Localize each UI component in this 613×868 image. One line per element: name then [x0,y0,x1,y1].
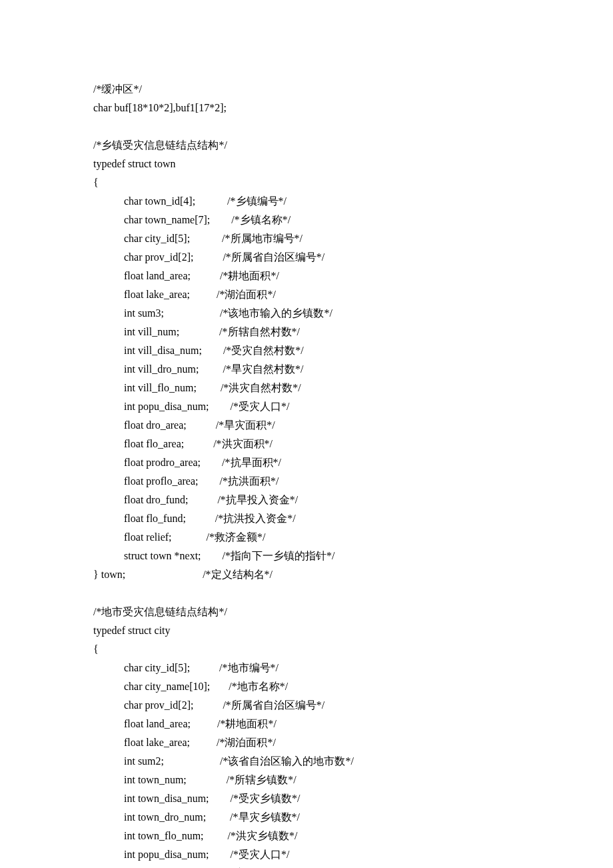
code-line: float dro_area; /*旱灾面积*/ [93,864,520,868]
code-line: float prodro_area; /*抗旱面积*/ [93,453,520,472]
code-line: char city_id[5]; /*所属地市编号*/ [93,229,520,248]
code-line: int town_flo_num; /*洪灾乡镇数*/ [93,827,520,845]
code-line: /*缓冲区*/ [93,80,520,99]
code-line: int vill_flo_num; /*洪灾自然村数*/ [93,379,520,397]
code-line: int vill_disa_num; /*受灾自然村数*/ [93,341,520,360]
code-line: char buf[18*10*2],buf1[17*2]; [93,99,520,117]
code-line: char city_id[5]; /*地市编号*/ [93,659,520,677]
code-line: float proflo_area; /*抗洪面积*/ [93,472,520,491]
code-line: int vill_num; /*所辖自然村数*/ [93,323,520,341]
code-line: float dro_fund; /*抗旱投入资金*/ [93,491,520,509]
code-line: int popu_disa_num; /*受灾人口*/ [93,845,520,864]
code-line: { [93,173,520,192]
code-line: float lake_area; /*湖泊面积*/ [93,285,520,304]
code-line: char town_name[7]; /*乡镇名称*/ [93,211,520,229]
code-line [93,584,520,603]
code-line: int vill_dro_num; /*旱灾自然村数*/ [93,360,520,379]
code-line: float relief; /*救济金额*/ [93,528,520,547]
code-line [93,117,520,136]
code-line: { [93,640,520,659]
code-line: char town_id[4]; /*乡镇编号*/ [93,192,520,211]
code-line: float dro_area; /*旱灾面积*/ [93,416,520,435]
code-line: float land_area; /*耕地面积*/ [93,267,520,285]
code-line: float land_area; /*耕地面积*/ [93,715,520,733]
code-line: /*地市受灾信息链结点结构*/ [93,603,520,621]
code-line: } town; /*定义结构名*/ [93,565,520,584]
code-line: char prov_id[2]; /*所属省自治区编号*/ [93,248,520,267]
code-line: float lake_area; /*湖泊面积*/ [93,733,520,752]
code-line: int sum3; /*该地市输入的乡镇数*/ [93,304,520,323]
code-line: int town_num; /*所辖乡镇数*/ [93,771,520,789]
code-line: char city_name[10]; /*地市名称*/ [93,677,520,696]
code-line: /*乡镇受灾信息链结点结构*/ [93,136,520,155]
code-line: int town_disa_num; /*受灾乡镇数*/ [93,789,520,808]
code-line: float flo_fund; /*抗洪投入资金*/ [93,509,520,528]
code-line: float flo_area; /*洪灾面积*/ [93,435,520,453]
document-page: /*缓冲区*/char buf[18*10*2],buf1[17*2]; /*乡… [0,0,613,868]
code-line: typedef struct town [93,155,520,173]
code-line: struct town *next; /*指向下一乡镇的指针*/ [93,547,520,565]
code-line: typedef struct city [93,621,520,640]
code-line: char prov_id[2]; /*所属省自治区编号*/ [93,696,520,715]
code-line: int sum2; /*该省自治区输入的地市数*/ [93,752,520,771]
code-line: int town_dro_num; /*旱灾乡镇数*/ [93,808,520,827]
code-line: int popu_disa_num; /*受灾人口*/ [93,397,520,416]
